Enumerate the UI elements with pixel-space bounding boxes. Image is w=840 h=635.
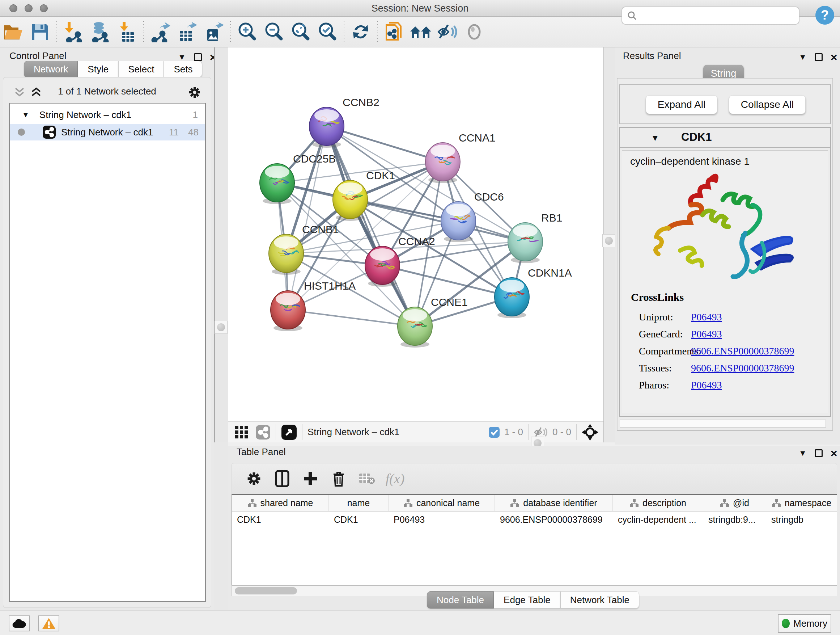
column-header-database-identifier[interactable]: database identifier <box>495 495 613 511</box>
network-node-ccnb1[interactable] <box>269 234 303 275</box>
table-cell[interactable]: stringdb <box>766 511 837 528</box>
tab-network-table[interactable]: Network Table <box>561 591 639 608</box>
crosslink-row: Pharos:P06493 <box>631 377 794 394</box>
column-header-canonical-name[interactable]: canonical name <box>388 495 495 511</box>
network-edge[interactable] <box>327 126 415 326</box>
tab-sets[interactable]: Sets <box>164 61 202 78</box>
show-columns-icon[interactable] <box>268 468 296 489</box>
panel-menu-icon[interactable]: ▼ <box>799 52 807 62</box>
cloud-status-button[interactable] <box>9 616 30 631</box>
network-node-cdc25b[interactable] <box>260 164 294 204</box>
zoom-selected-icon[interactable] <box>314 19 341 44</box>
node-label-cdkn1a: CDKN1A <box>528 267 572 279</box>
crosslink-link[interactable]: 9606.ENSP00000378699 <box>691 363 794 374</box>
save-session-icon[interactable] <box>27 19 54 44</box>
tab-edge-table[interactable]: Edge Table <box>494 591 561 608</box>
birdseye-toggle-icon[interactable] <box>281 424 297 440</box>
results-splitter[interactable] <box>603 48 615 442</box>
grid-icon[interactable] <box>234 425 249 440</box>
help-icon[interactable]: ? <box>815 5 835 25</box>
selected-checkbox-icon[interactable] <box>488 426 500 438</box>
network-row-selected[interactable]: String Network – cdk1 11 48 <box>10 124 205 141</box>
refresh-icon[interactable] <box>347 19 374 44</box>
import-network-file-icon[interactable] <box>60 19 87 44</box>
share-badge-icon[interactable] <box>256 424 271 440</box>
network-node-rb1[interactable] <box>508 223 543 263</box>
panel-float-icon[interactable] <box>815 53 823 61</box>
crosslink-link[interactable]: 9606.ENSP00000378699 <box>691 345 794 357</box>
table-row[interactable]: CDK1CDK1P064939606.ENSP00000378699cyclin… <box>232 511 837 528</box>
tab-style[interactable]: Style <box>78 61 118 78</box>
network-edge[interactable] <box>288 310 415 326</box>
import-table-file-icon[interactable] <box>114 19 141 44</box>
panel-float-icon[interactable] <box>815 449 823 457</box>
search-field[interactable] <box>622 6 799 25</box>
panel-close-icon[interactable]: × <box>831 53 837 61</box>
table-cell[interactable]: CDK1 <box>232 511 329 528</box>
node-label-cdc6: CDC6 <box>474 191 504 203</box>
table-cell[interactable]: stringdb:9... <box>703 511 766 528</box>
column-header-shared-name[interactable]: shared name <box>232 495 329 511</box>
panel-float-icon[interactable] <box>194 53 202 61</box>
table-cell[interactable]: cyclin-dependent ... <box>613 511 703 528</box>
crosslink-link[interactable]: P06493 <box>691 379 722 391</box>
show-all-icon[interactable] <box>461 19 488 44</box>
gear-icon[interactable] <box>188 86 202 99</box>
memory-button[interactable]: Memory <box>778 614 831 633</box>
share-document-icon[interactable] <box>381 19 407 44</box>
warning-icon <box>42 617 56 630</box>
network-node-hist1h1a[interactable] <box>271 291 305 331</box>
tab-node-table[interactable]: Node Table <box>427 591 494 608</box>
zoom-out-icon[interactable] <box>261 19 287 44</box>
table-cell[interactable]: 9606.ENSP00000378699 <box>495 511 613 528</box>
column-header-name[interactable]: name <box>329 495 388 511</box>
network-canvas[interactable]: CCNB2CCNA1CDC25BCDK1CDC6RB1CCNB1CCNA2CDK… <box>228 48 603 421</box>
network-node-ccne1[interactable] <box>398 307 432 348</box>
export-table-icon[interactable] <box>174 19 201 44</box>
crosshair-icon[interactable] <box>582 424 598 440</box>
network-edge[interactable] <box>327 126 443 162</box>
table-settings-gear-icon[interactable] <box>240 468 268 489</box>
import-network-database-icon[interactable] <box>87 19 114 44</box>
delete-columns-trash-icon[interactable] <box>325 468 353 489</box>
table-toolbar: f(x) <box>232 463 837 494</box>
expand-all-button[interactable]: Expand All <box>646 95 717 114</box>
collapse-triangle-icon[interactable]: ▼ <box>651 133 660 143</box>
zoom-in-icon[interactable] <box>234 19 261 44</box>
column-header-namespace[interactable]: namespace <box>766 495 837 511</box>
panel-close-icon[interactable]: × <box>831 449 837 457</box>
network-view-toolbar: String Network – cdk1 1 - 0 0 - 0 <box>228 421 603 442</box>
panel-menu-icon[interactable]: ▼ <box>799 448 807 458</box>
node-table[interactable]: shared namenamecanonical namedatabase id… <box>232 494 837 585</box>
export-network-icon[interactable] <box>147 19 174 44</box>
hide-selected-icon[interactable] <box>434 19 461 44</box>
column-header-description[interactable]: description <box>613 495 703 511</box>
tab-network[interactable]: Network <box>24 61 78 78</box>
network-node-cdc6[interactable] <box>441 202 476 242</box>
results-scrollbar[interactable] <box>620 420 826 428</box>
network-collection-row[interactable]: ▼ String Network – cdk1 1 <box>10 106 205 123</box>
network-node-ccna1[interactable] <box>425 143 460 183</box>
table-cell[interactable]: CDK1 <box>329 511 388 528</box>
collapse-all-button[interactable]: Collapse All <box>729 95 806 114</box>
crosslink-link[interactable]: P06493 <box>691 328 722 340</box>
tab-select[interactable]: Select <box>118 61 164 78</box>
table-cell[interactable]: P06493 <box>388 511 495 528</box>
delete-table-icon[interactable] <box>353 468 381 489</box>
export-image-icon[interactable] <box>201 19 227 44</box>
warning-status-button[interactable] <box>38 616 59 631</box>
search-input[interactable] <box>638 11 789 21</box>
crosslink-link[interactable]: P06493 <box>691 311 722 323</box>
gene-section-header[interactable]: ▼ CDK1 <box>620 128 830 148</box>
current-network-dot-icon <box>18 128 25 136</box>
zoom-fit-icon[interactable] <box>287 19 314 44</box>
network-node-cdkn1a[interactable] <box>494 278 529 318</box>
home-pages-icon[interactable] <box>407 19 434 44</box>
crosslink-row: GeneCard:P06493 <box>631 325 794 342</box>
create-column-plus-icon[interactable] <box>296 468 325 489</box>
column-header--id[interactable]: @id <box>703 495 766 511</box>
panel-splitter[interactable] <box>214 48 228 442</box>
collapse-triangle-icon[interactable]: ▼ <box>22 111 29 119</box>
open-session-icon[interactable] <box>0 19 27 44</box>
protein-structure-image <box>637 172 810 287</box>
